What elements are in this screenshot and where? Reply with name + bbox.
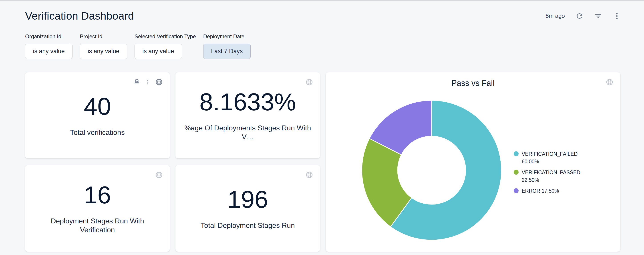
filter-value-button-selected[interactable]: Last 7 Days	[203, 44, 250, 59]
tile-pass-vs-fail-chart: Pass vs Fail VERIFICATION_FAILED 60.00% …	[326, 72, 620, 252]
verification-dashboard-page: Verification Dashboard 8m ago Organizati…	[0, 0, 644, 255]
kpi-value: 196	[227, 187, 268, 212]
tile-total-deployment-stages-run: 196 Total Deployment Stages Run	[176, 165, 320, 252]
kpi-label: Total verifications	[70, 128, 124, 137]
legend-label: VERIFICATION_PASSED 22.50%	[522, 169, 582, 184]
tile-pct-stages-with-verification: 8.1633% %age Of Deployments Stages Run W…	[176, 72, 320, 158]
kpi-value: 40	[84, 94, 111, 119]
filter-selected-verification-type: Selected Verification Type is any value	[134, 33, 196, 59]
header-controls: 8m ago	[546, 12, 621, 20]
donut-chart[interactable]	[361, 99, 502, 241]
filter-bar: Organization Id is any value Project Id …	[25, 33, 250, 59]
filter-value-button[interactable]: is any value	[25, 44, 72, 59]
filter-label: Organization Id	[25, 33, 72, 40]
refresh-icon[interactable]	[576, 12, 584, 20]
kpi-body: 16 Deployment Stages Run With Verificati…	[25, 165, 170, 252]
globe-icon[interactable]	[606, 78, 614, 86]
legend-label: VERIFICATION_FAILED 60.00%	[522, 150, 582, 165]
filter-list-icon[interactable]	[594, 12, 602, 20]
legend-dot	[514, 151, 518, 156]
page-title: Verification Dashboard	[25, 10, 134, 22]
filter-value-button[interactable]: is any value	[80, 44, 127, 59]
last-refreshed-timestamp: 8m ago	[546, 13, 565, 19]
legend-dot	[514, 170, 518, 175]
legend-item-verification-failed[interactable]: VERIFICATION_FAILED 60.00%	[514, 150, 582, 165]
filter-organization-id: Organization Id is any value	[25, 33, 72, 59]
filter-label: Selected Verification Type	[134, 33, 196, 40]
legend-label: ERROR 17.50%	[522, 187, 559, 195]
kpi-label: Total Deployment Stages Run	[200, 221, 295, 230]
kebab-menu-icon[interactable]	[613, 12, 621, 20]
chart-title: Pass vs Fail	[326, 79, 620, 88]
filter-project-id: Project Id is any value	[80, 33, 127, 59]
tile-total-verifications: 40 Total verifications	[25, 72, 170, 158]
legend-item-verification-passed[interactable]: VERIFICATION_PASSED 22.50%	[514, 169, 582, 184]
filter-label: Project Id	[80, 33, 127, 40]
legend-dot	[514, 188, 518, 193]
kpi-label: %age Of Deployments Stages Run With V…	[184, 123, 312, 141]
kpi-value: 8.1633%	[200, 90, 296, 114]
kpi-body: 40 Total verifications	[25, 72, 170, 158]
tile-stages-run-with-verification: 16 Deployment Stages Run With Verificati…	[25, 165, 170, 252]
tile-action-icons	[606, 78, 614, 86]
filter-deployment-date: Deployment Date Last 7 Days	[203, 33, 250, 59]
kpi-label: Deployment Stages Run With Verification	[33, 216, 162, 234]
kpi-body: 8.1633% %age Of Deployments Stages Run W…	[176, 72, 320, 158]
kpi-body: 196 Total Deployment Stages Run	[176, 165, 320, 252]
kpi-value: 16	[84, 183, 111, 207]
chart-legend: VERIFICATION_FAILED 60.00% VERIFICATION_…	[514, 150, 582, 195]
legend-item-error[interactable]: ERROR 17.50%	[514, 187, 582, 195]
filter-value-button[interactable]: is any value	[134, 44, 182, 59]
filter-label: Deployment Date	[203, 33, 250, 40]
dashboard-header: Verification Dashboard 8m ago	[25, 10, 621, 22]
window-top-strip	[0, 0, 644, 1]
